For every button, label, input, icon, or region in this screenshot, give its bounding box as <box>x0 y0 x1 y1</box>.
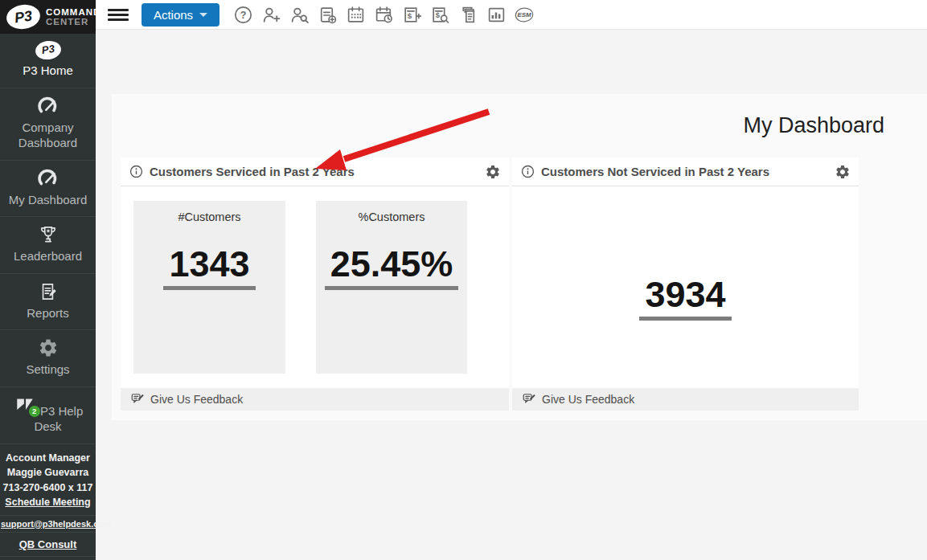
calendar-clock-icon[interactable] <box>373 4 394 25</box>
sidebar-item-label: P3 Help Desk <box>34 404 83 434</box>
stat-value[interactable]: 3934 <box>639 275 731 321</box>
main-content: My Dashboard Customers Serviced in Past … <box>96 31 927 560</box>
stat-value[interactable]: 25.45% <box>325 244 459 290</box>
schedule-meeting-link[interactable]: Schedule Meeting <box>5 497 90 508</box>
trophy-icon <box>36 224 60 245</box>
give-feedback-button[interactable]: Give Us Feedback <box>512 388 859 411</box>
widget-settings-gear-icon[interactable] <box>835 164 851 180</box>
widget-title: Customers Serviced in Past 2 Years <box>150 165 485 178</box>
stat-label: #Customers <box>178 211 240 223</box>
esm-label: ESM <box>517 11 531 18</box>
widget-customers-serviced: Customers Serviced in Past 2 Years #Cust… <box>121 157 509 411</box>
support-email-row: support@p3helpdesk.com <box>0 515 96 532</box>
gauge-icon <box>36 168 60 189</box>
sidebar-item-p3-home[interactable]: P3 P3 Home <box>0 34 96 88</box>
topbar: Actions ? $ $ <box>96 0 927 30</box>
app-logo[interactable]: P3 COMMAND CENTER <box>0 0 96 34</box>
app-name: COMMAND CENTER <box>46 7 100 27</box>
widget-body: 3934 <box>512 186 859 388</box>
give-feedback-button[interactable]: Give Us Feedback <box>121 388 509 411</box>
app-name-line2: CENTER <box>46 17 100 27</box>
dashboard-card: My Dashboard Customers Serviced in Past … <box>112 94 927 420</box>
widget-body: #Customers 1343 %Customers 25.45% <box>121 186 509 388</box>
account-manager-phone: 713-270-6400 x 117 <box>2 480 94 496</box>
widget-header: Customers Serviced in Past 2 Years <box>121 157 509 186</box>
sidebar-item-p3-help-desk[interactable]: 2 P3 Help Desk <box>0 387 96 444</box>
add-invoice-icon[interactable]: $ <box>401 4 422 25</box>
sidebar-item-my-dashboard[interactable]: My Dashboard <box>0 161 96 218</box>
account-manager-block: Account Manager Maggie Guevarra 713-270-… <box>0 444 96 515</box>
widget-customers-not-serviced: Customers Not Serviced in Past 2 Years 3… <box>512 157 859 411</box>
topbar-icon-strip: ? $ $ ESM <box>232 4 535 25</box>
sidebar-item-label: My Dashboard <box>9 193 88 206</box>
feedback-label: Give Us Feedback <box>150 393 243 406</box>
widget-title: Customers Not Serviced in Past 2 Years <box>541 165 835 178</box>
page-title: My Dashboard <box>743 113 884 138</box>
info-icon[interactable] <box>129 164 144 179</box>
esm-badge-icon[interactable]: ESM <box>514 4 535 25</box>
help-icon[interactable]: ? <box>232 4 253 25</box>
feedback-icon <box>130 391 145 408</box>
p3-logo-icon: P3 <box>5 2 42 31</box>
p3-logo-icon: P3 <box>34 39 62 61</box>
menu-toggle-icon[interactable] <box>108 6 129 23</box>
stat-label: %Customers <box>359 211 425 223</box>
support-email-link[interactable]: support@p3helpdesk.com <box>1 519 112 529</box>
helpdesk-icon: 2 <box>13 394 37 415</box>
sidebar-item-label: Settings <box>26 362 69 376</box>
stat-value[interactable]: 1343 <box>163 244 255 290</box>
sidebar-item-label: Reports <box>27 306 69 320</box>
gear-icon <box>36 337 60 358</box>
sidebar-item-company-dashboard[interactable]: Company Dashboard <box>0 88 96 161</box>
widget-settings-gear-icon[interactable] <box>485 164 501 180</box>
gauge-icon <box>36 96 60 116</box>
search-user-icon[interactable] <box>289 4 310 25</box>
documents-icon[interactable] <box>457 4 478 25</box>
feedback-label: Give Us Feedback <box>542 393 634 406</box>
dollar-glyph: $ <box>407 11 412 20</box>
help-glyph: ? <box>240 10 246 21</box>
account-manager-title: Account Manager <box>2 451 94 466</box>
info-icon[interactable] <box>520 164 535 179</box>
chevron-down-icon <box>199 13 207 17</box>
add-user-icon[interactable] <box>260 4 281 25</box>
app-name-line1: COMMAND <box>46 7 100 17</box>
search-invoice-icon[interactable]: $ <box>429 4 450 25</box>
sidebar-item-reports[interactable]: Reports <box>0 274 96 331</box>
report-icon <box>36 281 60 302</box>
sidebar: P3 P3 Home Company Dashboard My Dashboar… <box>0 34 96 560</box>
sidebar-item-leaderboard[interactable]: Leaderboard <box>0 217 96 274</box>
qb-consult-link[interactable]: QB Consult <box>19 538 77 550</box>
widget-header: Customers Not Serviced in Past 2 Years <box>512 157 859 186</box>
feedback-icon <box>522 391 536 408</box>
calendar-icon[interactable] <box>345 4 366 25</box>
bar-chart-icon[interactable] <box>486 4 507 25</box>
qb-consult-row: QB Consult <box>0 532 96 557</box>
sidebar-item-label: Company Dashboard <box>18 121 77 150</box>
stat-box-pct-customers: %Customers 25.45% <box>316 201 467 374</box>
sidebar-item-label: P3 Home <box>23 63 73 77</box>
actions-button[interactable]: Actions <box>142 3 219 27</box>
actions-button-label: Actions <box>154 8 193 22</box>
sidebar-item-label: Leaderboard <box>14 249 82 263</box>
add-task-icon[interactable] <box>317 4 338 25</box>
helpdesk-badge: 2 <box>29 406 40 417</box>
dollar-glyph: $ <box>435 11 440 19</box>
account-manager-name: Maggie Guevarra <box>2 465 94 480</box>
sidebar-item-settings[interactable]: Settings <box>0 330 96 387</box>
stat-box-num-customers: #Customers 1343 <box>133 201 285 374</box>
